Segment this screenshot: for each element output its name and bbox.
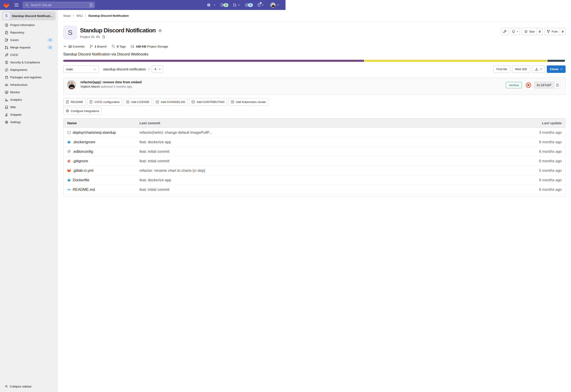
sidebar-project-header[interactable]: S Standup Discord Notificati...	[2, 11, 56, 20]
file-row[interactable]: deploy/charts/wsj-standup refactor(helm)…	[63, 128, 286, 137]
file-type-icon	[67, 188, 71, 192]
project-stat[interactable]: 0 Tags	[112, 45, 126, 48]
breadcrumb-subgroup[interactable]: WSJ	[76, 14, 82, 17]
search-input[interactable]: Search GitLab /	[23, 2, 95, 8]
search-placeholder: Search GitLab	[30, 3, 89, 7]
commit-author-avatar[interactable]	[67, 80, 76, 89]
commit-meta: authored 3 months ago	[100, 85, 132, 88]
project-stat[interactable]: 348 KB Project Storage	[131, 45, 168, 48]
file-name[interactable]: .gitlab-ci.yml	[73, 168, 94, 173]
sidebar-item[interactable]: Settings	[0, 118, 57, 126]
file-row[interactable]: .gitignore feat: initial commit 6 months…	[63, 156, 286, 166]
branch-chevron-icon	[93, 68, 96, 71]
file-name[interactable]: Dockerfile	[73, 178, 89, 182]
user-menu-chevron-icon[interactable]	[277, 4, 279, 6]
sidebar-item[interactable]: Packages and registries	[0, 73, 57, 81]
sidebar-item[interactable]: Monitor	[0, 88, 57, 96]
sidebar-item[interactable]: Repository	[0, 29, 57, 36]
commit-author[interactable]: Vojtěch Mareš	[80, 85, 100, 88]
copy-project-id-icon[interactable]	[102, 35, 105, 39]
file-commit-message[interactable]: feat: initial commit	[140, 149, 286, 154]
sidebar-item-label: Packages and registries	[10, 76, 54, 79]
help-chevron-icon[interactable]	[261, 4, 264, 6]
file-commit-message[interactable]: refactor: rename chart to charts [ci ski…	[140, 168, 286, 173]
issues-nav-button[interactable]: 1	[221, 3, 228, 7]
quick-button[interactable]: CI/CD configuration	[87, 98, 122, 106]
file-row[interactable]: .gitlab-ci.yml refactor: rename chart to…	[63, 166, 286, 175]
gitlab-logo[interactable]	[3, 2, 9, 8]
hamburger-menu-icon[interactable]	[14, 3, 19, 7]
quick-button[interactable]: Add Kubernetes cluster	[228, 98, 268, 106]
quick-button-icon	[66, 109, 69, 113]
project-stat[interactable]: 22 Commits	[63, 45, 85, 48]
sidebar-item[interactable]: Snippets	[0, 111, 57, 118]
file-commit-message[interactable]: refactor(helm): change default ImagePull…	[140, 130, 286, 135]
sidebar-item[interactable]: Issues 0	[0, 36, 57, 44]
file-commit-message[interactable]: feat: initial commit	[140, 159, 286, 163]
file-name[interactable]: deploy/charts/wsj-standup	[73, 130, 116, 135]
help-menu-button[interactable]	[257, 3, 261, 7]
sidebar-item[interactable]: Analytics	[0, 96, 57, 103]
sidebar-item-label: Settings	[10, 120, 54, 124]
sidebar-item[interactable]: Infrastructure	[0, 81, 57, 88]
file-name[interactable]: .editorconfig	[73, 149, 93, 154]
sidebar-item-icon	[5, 31, 8, 34]
sidebar-item-label: Snippets	[10, 113, 54, 116]
branch-selector[interactable]: main	[63, 65, 99, 73]
sidebar-item-icon	[5, 53, 8, 57]
stat-icon	[131, 45, 134, 48]
last-commit-box: refactor(app): remove time from embed Vo…	[63, 78, 286, 95]
file-row[interactable]: .editorconfig feat: initial commit 6 mon…	[63, 147, 286, 156]
sidebar-item-icon	[5, 76, 8, 79]
language-bar[interactable]	[63, 60, 286, 62]
todos-nav-button[interactable]: 1	[245, 3, 253, 7]
language-segment	[63, 60, 286, 62]
quick-button[interactable]: Configure Integrations	[63, 107, 102, 115]
add-file-button[interactable]	[152, 65, 163, 73]
quick-button[interactable]: Add LICENSE	[123, 98, 152, 106]
file-name[interactable]: .dockerignore	[73, 140, 95, 144]
plus-icon	[154, 68, 157, 71]
issues-count-badge: 1	[224, 3, 228, 7]
file-commit-message[interactable]: feat: initial commit	[140, 187, 286, 192]
file-row[interactable]: README.md feat: initial commit 6 months …	[63, 185, 286, 195]
commit-title[interactable]: refactor(app): remove time from embed	[80, 80, 142, 84]
sidebar-item[interactable]: CI/CD	[0, 51, 57, 59]
quick-button-icon	[156, 100, 159, 104]
repo-path-name[interactable]: standup-discord-notification	[103, 67, 146, 71]
file-type-icon	[67, 159, 71, 163]
file-row[interactable]: Dockerfile feat: dockerize app 6 months …	[63, 175, 286, 185]
project-stat[interactable]: 1 Branch	[89, 45, 107, 48]
quick-button[interactable]: README	[63, 98, 86, 106]
sidebar-item-label: Repository	[10, 31, 54, 34]
sidebar-item-label: Issues	[10, 38, 47, 42]
merge-requests-chevron-icon[interactable]	[238, 4, 241, 6]
file-name[interactable]: README.md	[73, 187, 95, 192]
user-avatar[interactable]	[270, 2, 275, 8]
breadcrumb-chevron-icon	[84, 14, 87, 17]
file-type-icon	[67, 131, 71, 134]
file-commit-message[interactable]: feat: dockerize app	[140, 140, 286, 144]
file-row[interactable]: .dockerignore feat: dockerize app 6 mont…	[63, 137, 286, 147]
new-menu-button[interactable]	[207, 3, 211, 7]
sidebar-item[interactable]: Merge requests 0	[0, 44, 57, 51]
file-commit-message[interactable]: feat: dockerize app	[140, 178, 286, 182]
file-name[interactable]: .gitignore	[73, 159, 88, 163]
sidebar-item-label: Wiki	[10, 105, 54, 109]
sidebar-item-icon	[5, 98, 8, 102]
sidebar-item[interactable]: Security & Compliance	[0, 59, 57, 66]
sidebar-item[interactable]: Wiki	[0, 103, 57, 111]
sidebar-item-label: Analytics	[10, 98, 54, 101]
sidebar-item[interactable]: Project information	[0, 21, 57, 29]
breadcrumb-group[interactable]: Skaut	[63, 14, 71, 17]
new-menu-chevron-icon[interactable]	[213, 4, 216, 6]
file-tree-header: Name Last commit Last update	[63, 118, 286, 128]
merge-requests-nav-button[interactable]	[233, 3, 237, 7]
breadcrumb-current[interactable]: Standup Discord Notification	[88, 14, 129, 17]
quick-button[interactable]: Add CHANGELOG	[153, 98, 188, 106]
quick-button[interactable]: Add CONTRIBUTING	[189, 98, 227, 106]
add-file-chevron-icon	[158, 68, 161, 70]
file-type-icon	[67, 150, 71, 154]
sidebar-item-label: Deployments	[10, 68, 54, 71]
sidebar-item[interactable]: Deployments	[0, 66, 57, 73]
